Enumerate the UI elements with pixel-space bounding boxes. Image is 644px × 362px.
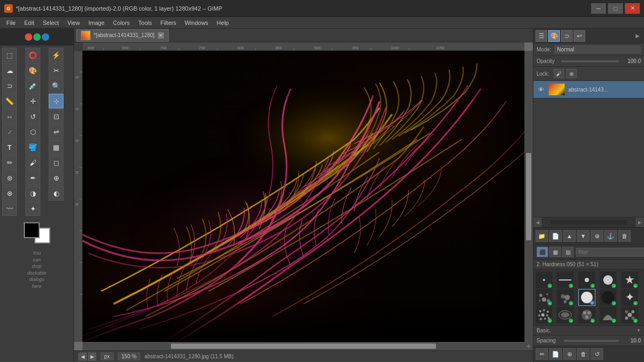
brush-cell-dot-lg[interactable]: + bbox=[600, 272, 616, 288]
clone-tool[interactable]: ⊕ bbox=[49, 170, 64, 185]
menu-image[interactable]: Image bbox=[84, 19, 109, 27]
ellipse-select-tool[interactable]: ⭕ bbox=[25, 48, 40, 62]
next-button[interactable]: ▶ bbox=[88, 352, 96, 361]
menu-filters[interactable]: Filters bbox=[156, 19, 180, 27]
unit-selector[interactable]: px bbox=[101, 352, 114, 360]
dodge-tool[interactable]: ◑ bbox=[25, 186, 40, 201]
paths-tool[interactable]: ⊃ bbox=[2, 78, 17, 93]
scissors-select-tool[interactable]: ✂ bbox=[49, 63, 64, 78]
tab-close-button[interactable]: ✕ bbox=[158, 32, 164, 39]
foreground-color[interactable] bbox=[24, 222, 40, 238]
brush-cell-texture1[interactable]: + bbox=[536, 306, 552, 323]
spacing-slider[interactable] bbox=[564, 340, 619, 342]
brush-cell-line[interactable]: + bbox=[557, 272, 574, 288]
menu-tools[interactable]: Tools bbox=[134, 19, 156, 27]
perspective-tool[interactable]: ⬡ bbox=[25, 124, 40, 139]
gradients-tab-button[interactable]: ▤ bbox=[562, 247, 574, 257]
navigate-icon[interactable]: ✛ bbox=[524, 342, 533, 350]
measure-tool[interactable]: 📏 bbox=[2, 94, 17, 108]
new-layer-button[interactable]: 📄 bbox=[549, 230, 562, 242]
delete-brush-button[interactable]: 🗑 bbox=[577, 348, 589, 360]
rectangle-select-tool[interactable]: ⬚ bbox=[2, 48, 17, 62]
lock-position-button[interactable]: ⊕ bbox=[566, 69, 577, 78]
brush-cell-star2[interactable]: ✦ + bbox=[621, 289, 638, 306]
vertical-scrollbar[interactable] bbox=[524, 51, 533, 342]
menu-select[interactable]: Select bbox=[39, 19, 64, 27]
scroll-right-button[interactable]: ▶ bbox=[636, 218, 644, 227]
color-picker-tool[interactable]: 💉 bbox=[25, 78, 40, 93]
layer-visibility-toggle[interactable]: 👁 bbox=[537, 85, 545, 94]
convolve-tool[interactable]: ✦ bbox=[25, 201, 40, 216]
brush-cell-hard50[interactable]: + bbox=[578, 289, 595, 306]
bucket-fill-tool[interactable]: 🪣 bbox=[25, 140, 40, 155]
menu-edit[interactable]: Edit bbox=[20, 19, 39, 27]
maximize-button[interactable]: □ bbox=[608, 3, 623, 14]
pencil-tool[interactable]: ✏ bbox=[2, 155, 17, 170]
airbrush-tool[interactable]: ⊛ bbox=[2, 170, 17, 185]
shear-tool[interactable]: ⟋ bbox=[2, 124, 17, 139]
prev-button[interactable]: ◀ bbox=[78, 352, 87, 361]
close-button[interactable]: ✕ bbox=[625, 3, 640, 14]
zoom-level[interactable]: 150 % bbox=[118, 352, 140, 360]
lock-pixels-button[interactable]: 🖌 bbox=[554, 69, 564, 78]
delete-layer-button[interactable]: 🗑 bbox=[618, 230, 631, 242]
flip-tool[interactable]: ⇌ bbox=[49, 124, 64, 139]
brush-cell-hard100[interactable]: + bbox=[600, 289, 616, 306]
zoom-tool[interactable]: 🔍 bbox=[49, 78, 64, 93]
alignment-tool[interactable]: ⊹ bbox=[49, 94, 64, 108]
brush-category-arrow-icon[interactable]: ▼ bbox=[637, 328, 641, 333]
raise-layer-button[interactable]: ▲ bbox=[563, 230, 576, 242]
anchor-layer-button[interactable]: ⚓ bbox=[604, 230, 617, 242]
brush-cell-dot-sm[interactable]: + bbox=[578, 272, 595, 288]
horizontal-scrollbar[interactable] bbox=[83, 342, 524, 350]
brush-cell-texture2[interactable]: + bbox=[557, 306, 574, 323]
canvas-image[interactable] bbox=[83, 51, 524, 342]
transform-tool[interactable]: ↔ bbox=[2, 109, 17, 124]
brush-cell-scatter2[interactable]: + bbox=[557, 289, 574, 306]
brush-cell-star[interactable]: ★ + bbox=[621, 272, 638, 288]
menu-file[interactable]: File bbox=[2, 19, 20, 27]
brush-cell-texture5[interactable]: + bbox=[621, 306, 638, 323]
panel-tab-paths[interactable]: ⊃ bbox=[561, 30, 573, 42]
refresh-brushes-button[interactable]: ↺ bbox=[591, 348, 603, 360]
scroll-thumb-vertical[interactable] bbox=[526, 153, 531, 240]
new-layer-group-button[interactable]: 📁 bbox=[536, 230, 548, 242]
menu-colors[interactable]: Colors bbox=[109, 19, 134, 27]
panel-tab-history[interactable]: ↩ bbox=[574, 30, 585, 42]
panel-tab-channels[interactable]: 🎨 bbox=[548, 30, 560, 42]
free-select-tool[interactable]: ⚡ bbox=[49, 48, 64, 62]
duplicate-brush-button[interactable]: ⊕ bbox=[563, 348, 576, 360]
brush-cell-dot-xs[interactable]: + bbox=[536, 272, 552, 288]
scroll-left-button[interactable]: ◀ bbox=[533, 218, 542, 227]
fuzzy-select-tool[interactable]: ☁ bbox=[2, 63, 17, 78]
edit-brush-button[interactable]: ✏ bbox=[536, 348, 548, 360]
scale-tool[interactable]: ⊡ bbox=[49, 109, 64, 124]
brush-cell-texture4[interactable]: + bbox=[600, 306, 616, 323]
paintbrush-tool[interactable]: 🖌 bbox=[25, 155, 40, 170]
blend-tool[interactable]: ▦ bbox=[49, 140, 64, 155]
brush-filter-input[interactable] bbox=[576, 248, 644, 257]
menu-view[interactable]: View bbox=[63, 19, 84, 27]
layer-item[interactable]: 👁 abstract-14143... bbox=[533, 81, 644, 98]
eraser-tool[interactable]: ◻ bbox=[49, 155, 64, 170]
opacity-slider[interactable] bbox=[561, 60, 619, 62]
panel-expand-button[interactable]: ▶ bbox=[633, 32, 642, 40]
canvas-tab[interactable]: *[abstract-1414331_1280] ✕ bbox=[76, 29, 169, 42]
brush-cell-texture3[interactable]: + bbox=[578, 306, 595, 323]
by-color-tool[interactable]: 🎨 bbox=[25, 63, 40, 78]
rotate-tool[interactable]: ↺ bbox=[25, 109, 40, 124]
menu-windows[interactable]: Windows bbox=[180, 19, 213, 27]
lower-layer-button[interactable]: ▼ bbox=[577, 230, 589, 242]
patterns-tab-button[interactable]: ▦ bbox=[549, 247, 561, 257]
minimize-button[interactable]: ─ bbox=[591, 3, 606, 14]
scroll-thumb-horizontal[interactable] bbox=[171, 343, 436, 349]
duplicate-layer-button[interactable]: ⊕ bbox=[591, 230, 603, 242]
brush-cell-scatter1[interactable]: + bbox=[536, 289, 552, 306]
text-tool[interactable]: T bbox=[2, 140, 17, 155]
menu-help[interactable]: Help bbox=[213, 19, 233, 27]
burn-tool[interactable]: ◐ bbox=[49, 186, 64, 201]
panel-tab-layers[interactable]: ☰ bbox=[536, 30, 547, 42]
brushes-tab-button[interactable]: ⬛ bbox=[537, 247, 548, 257]
new-brush-button[interactable]: 📄 bbox=[549, 348, 562, 360]
ink-tool[interactable]: ✒ bbox=[25, 170, 40, 185]
